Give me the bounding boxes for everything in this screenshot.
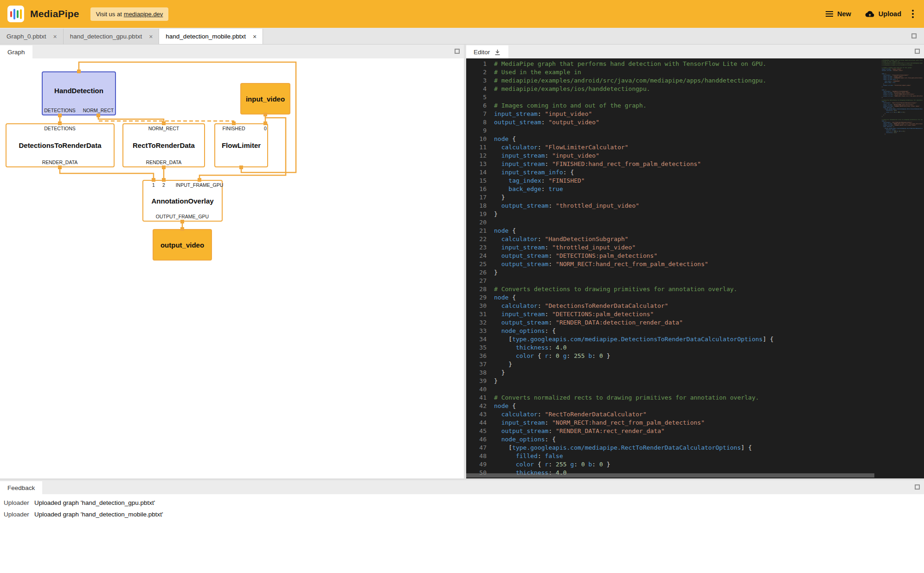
port-pin[interactable] bbox=[58, 121, 62, 125]
panel-splitter[interactable] bbox=[464, 45, 466, 478]
code-line[interactable]: 47 [type.googleapis.com/mediapipe.RectTo… bbox=[466, 444, 878, 452]
port-pin[interactable] bbox=[263, 113, 267, 116]
port-pin[interactable] bbox=[162, 166, 166, 169]
code-line[interactable]: 41# Converts normalized rects to drawing… bbox=[466, 394, 878, 402]
code-line[interactable]: 10node { bbox=[466, 135, 878, 143]
code-line[interactable]: 5 bbox=[466, 93, 878, 102]
code-line[interactable]: 45 output_stream: "RENDER_DATA:rect_rend… bbox=[466, 427, 878, 435]
code-line[interactable]: 24 output_stream: "DETECTIONS:palm_detec… bbox=[466, 252, 878, 260]
file-tab[interactable]: hand_detection_mobile.pbtxt× bbox=[159, 29, 263, 44]
code-line[interactable]: 26} bbox=[466, 268, 878, 277]
file-tab[interactable]: hand_detection_gpu.pbtxt× bbox=[64, 29, 160, 44]
code-editor[interactable]: 1# MediaPipe graph that performs hand de… bbox=[466, 58, 924, 478]
tab-feedback[interactable]: Feedback bbox=[0, 481, 42, 494]
port-pin[interactable] bbox=[96, 114, 100, 117]
horizontal-scrollbar[interactable] bbox=[466, 473, 874, 478]
code-line[interactable]: 21node { bbox=[466, 227, 878, 235]
maximize-icon[interactable] bbox=[915, 484, 920, 490]
code-line[interactable]: 30 calculator: "DetectionsToRenderDataCa… bbox=[466, 302, 878, 310]
code-line[interactable]: 18 output_stream: "throttled_input_video… bbox=[466, 202, 878, 210]
port-pin[interactable] bbox=[232, 121, 236, 125]
code-line[interactable]: 22 calculator: "HandDetectionSubgraph" bbox=[466, 235, 878, 243]
code-line[interactable]: 40 bbox=[466, 385, 878, 394]
code-line[interactable]: 3# mediapipie/examples/android/src/java/… bbox=[466, 76, 878, 85]
graph-canvas[interactable]: HandDetectionDETECTIONSNORM_RECTinput_vi… bbox=[0, 58, 464, 478]
line-number: 7 bbox=[466, 110, 487, 118]
code-line[interactable]: 29node { bbox=[466, 293, 878, 302]
code-line[interactable]: 2# Used in the example in bbox=[466, 68, 878, 76]
line-content: node { bbox=[487, 135, 516, 143]
port-pin[interactable] bbox=[180, 227, 184, 231]
code-line[interactable]: 4# mediapipie/examples/ios/handdetection… bbox=[466, 85, 878, 93]
line-number: 22 bbox=[466, 235, 487, 243]
code-line[interactable]: 16 back_edge: true bbox=[466, 185, 878, 193]
code-line[interactable]: 9 bbox=[466, 127, 878, 135]
line-content: # Converts normalized rects to drawing p… bbox=[487, 394, 759, 402]
close-tab-icon[interactable]: × bbox=[148, 33, 154, 40]
port-pin[interactable] bbox=[58, 114, 62, 117]
code-line[interactable]: 48 filled: false bbox=[466, 452, 878, 460]
graph-node-output_video[interactable]: output_video bbox=[153, 229, 212, 261]
maximize-icon[interactable] bbox=[915, 49, 920, 54]
code-line[interactable]: 35 thickness: 4.0 bbox=[466, 344, 878, 352]
code-line[interactable]: 11 calculator: "FlowLimiterCalculator" bbox=[466, 143, 878, 152]
code-line[interactable]: 49 color { r: 255 g: 0 b: 0 } bbox=[466, 460, 878, 469]
file-tab[interactable]: Graph_0.pbtxt× bbox=[0, 29, 64, 44]
visit-link[interactable]: mediapipe.dev bbox=[124, 11, 163, 18]
code-line[interactable]: 12 input_stream: "input_video" bbox=[466, 152, 878, 160]
code-line[interactable]: 42node { bbox=[466, 402, 878, 410]
file-tab-strip: Graph_0.pbtxt×hand_detection_gpu.pbtxt×h… bbox=[0, 28, 924, 45]
code-line[interactable]: 8output_stream: "output_video" bbox=[466, 118, 878, 127]
port-pin[interactable] bbox=[239, 166, 243, 169]
code-line[interactable]: 25 output_stream: "NORM_RECT:hand_rect_f… bbox=[466, 260, 878, 268]
tab-graph[interactable]: Graph bbox=[0, 45, 32, 58]
code-line[interactable]: 19} bbox=[466, 210, 878, 218]
code-line[interactable]: 38 } bbox=[466, 369, 878, 377]
port-pin[interactable] bbox=[180, 220, 184, 223]
line-number: 35 bbox=[466, 344, 487, 352]
header-actions: New Upload bbox=[820, 6, 917, 22]
code-line[interactable]: 32 output_stream: "RENDER_DATA:detection… bbox=[466, 318, 878, 327]
download-icon[interactable] bbox=[494, 49, 501, 56]
port-pin[interactable] bbox=[152, 178, 155, 182]
maximize-icon[interactable] bbox=[455, 49, 460, 54]
code-line[interactable]: 46 node_options: { bbox=[466, 435, 878, 444]
code-line[interactable]: 7input_stream: "input_video" bbox=[466, 110, 878, 118]
new-button[interactable]: New bbox=[820, 6, 857, 22]
code-line[interactable]: 36 color { r: 0 g: 255 b: 0 } bbox=[466, 352, 878, 360]
port-pin[interactable] bbox=[162, 121, 166, 125]
close-tab-icon[interactable]: × bbox=[251, 33, 258, 40]
code-line[interactable]: 15 tag_index: "FINISHED" bbox=[466, 177, 878, 185]
code-line[interactable]: 28# Converts detections to drawing primi… bbox=[466, 285, 878, 293]
line-number: 34 bbox=[466, 335, 487, 344]
port-pin[interactable] bbox=[77, 70, 81, 73]
code-line[interactable]: 23 input_stream: "throttled_input_video" bbox=[466, 243, 878, 252]
code-line[interactable]: 27 bbox=[466, 277, 878, 285]
port-pin[interactable] bbox=[198, 178, 201, 182]
node-port-label: 2 bbox=[162, 182, 165, 188]
code-line[interactable]: 33 node_options: { bbox=[466, 327, 878, 335]
minimap[interactable]: # MediaPipe graph that performs hand det… bbox=[882, 60, 923, 135]
maximize-icon[interactable] bbox=[911, 33, 917, 38]
code-line[interactable]: 39} bbox=[466, 377, 878, 385]
port-pin[interactable] bbox=[263, 121, 267, 125]
code-line[interactable]: 14 input_stream_info: { bbox=[466, 168, 878, 177]
upload-button[interactable]: Upload bbox=[859, 6, 907, 22]
feedback-splitter[interactable] bbox=[0, 478, 924, 480]
code-line[interactable]: 17 } bbox=[466, 193, 878, 202]
code-line[interactable]: 1# MediaPipe graph that performs hand de… bbox=[466, 60, 878, 68]
code-line[interactable]: 20 bbox=[466, 218, 878, 227]
code-line[interactable]: 43 calculator: "RectToRenderDataCalculat… bbox=[466, 410, 878, 419]
code-line[interactable]: 31 input_stream: "DETECTIONS:palm_detect… bbox=[466, 310, 878, 318]
code-line[interactable]: 34 [type.googleapis.com/mediapipe.Detect… bbox=[466, 335, 878, 344]
code-line[interactable]: 6# Images coming into and out of the gra… bbox=[466, 102, 878, 110]
kebab-menu-icon[interactable] bbox=[909, 7, 917, 21]
graph-node-input_video[interactable]: input_video bbox=[240, 83, 290, 115]
close-tab-icon[interactable]: × bbox=[52, 33, 58, 40]
code-line[interactable]: 44 input_stream: "NORM_RECT:hand_rect_fr… bbox=[466, 419, 878, 427]
tab-editor[interactable]: Editor bbox=[466, 45, 508, 58]
code-line[interactable]: 37 } bbox=[466, 360, 878, 369]
code-line[interactable]: 13 input_stream: "FINISHED:hand_rect_fro… bbox=[466, 160, 878, 168]
port-pin[interactable] bbox=[58, 166, 62, 169]
port-pin[interactable] bbox=[162, 178, 166, 182]
